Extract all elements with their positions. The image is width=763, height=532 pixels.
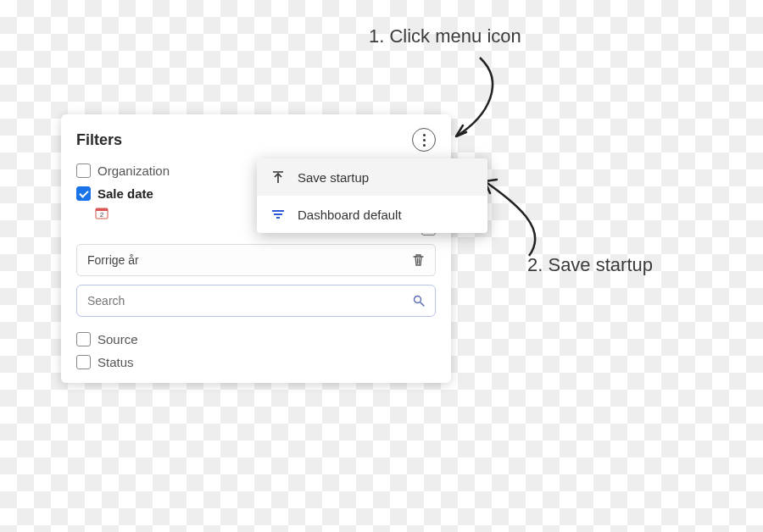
search-input[interactable]: Search	[76, 285, 436, 317]
filter-label-sale-date: Sale date	[97, 186, 153, 201]
svg-point-3	[415, 296, 421, 303]
upload-icon	[270, 169, 286, 185]
checkbox-source[interactable]	[76, 332, 91, 346]
sale-date-chip[interactable]: Forrige år	[76, 244, 436, 276]
checkbox-organization[interactable]	[76, 163, 91, 178]
checkbox-status[interactable]	[76, 355, 91, 369]
search-icon	[413, 295, 425, 307]
filter-label-source: Source	[97, 332, 138, 346]
menu-item-label: Dashboard default	[298, 208, 402, 222]
search-placeholder: Search	[87, 294, 125, 308]
annotation-arrow-2	[482, 169, 592, 280]
annotation-step1: 1. Click menu icon	[369, 25, 521, 47]
svg-text:2: 2	[100, 211, 104, 219]
svg-line-4	[420, 302, 424, 306]
menu-item-dashboard-default[interactable]: Dashboard default	[257, 196, 487, 233]
panel-menu-dropdown: Save startup Dashboard default	[257, 158, 487, 233]
filter-row-status[interactable]: Status	[76, 355, 436, 369]
filter-label-status: Status	[97, 355, 134, 369]
menu-item-save-startup[interactable]: Save startup	[257, 158, 487, 196]
sale-date-chip-value: Forrige år	[87, 253, 139, 267]
calendar-icon: 2	[95, 206, 109, 219]
filters-panel-header: Filters	[76, 128, 436, 152]
menu-item-label: Save startup	[298, 170, 369, 185]
delete-icon[interactable]	[412, 253, 425, 267]
filter-label-organization: Organization	[97, 163, 170, 178]
filter-lines-icon	[270, 207, 286, 222]
annotation-arrow-1	[448, 47, 549, 149]
filters-title: Filters	[76, 131, 122, 149]
filter-row-source[interactable]: Source	[76, 332, 436, 346]
panel-menu-button[interactable]	[412, 128, 436, 152]
checkbox-sale-date[interactable]	[76, 186, 91, 201]
filters-panel: Filters Organization Sale date 2 Global …	[61, 114, 451, 383]
